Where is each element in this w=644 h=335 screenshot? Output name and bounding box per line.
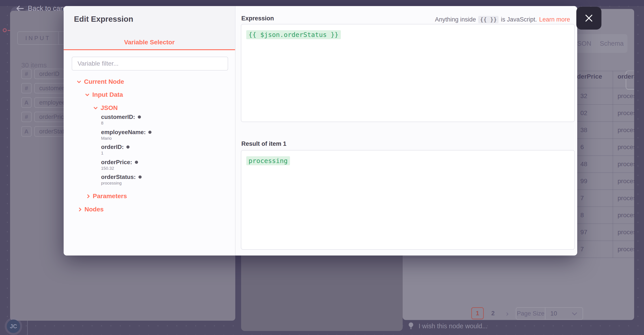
insert-variable-icon[interactable] — [126, 145, 130, 148]
hint-suffix: is JavaScript. — [501, 16, 537, 23]
type-number-icon: # — [21, 112, 32, 122]
tree-var-orderstatus[interactable]: orderStatus: — [101, 174, 142, 180]
lightbulb-icon — [407, 322, 414, 330]
cell-orderstatus: processing — [618, 109, 634, 117]
app-screen: i This n8n instance is Back to canvas IN… — [0, 0, 644, 335]
chevron-down-icon — [85, 92, 89, 96]
expression-section-label: Expression — [241, 15, 274, 22]
tab-active-underline — [64, 49, 235, 50]
expression-code[interactable]: {{ $json.orderStatus }} — [246, 30, 341, 39]
cell-orderprice: 7 — [580, 246, 584, 253]
cell-orderprice: 48 — [580, 161, 587, 168]
tree-var-value: processing — [101, 181, 122, 186]
input-connector-icon — [3, 28, 7, 33]
expression-result-value: processing — [246, 156, 290, 165]
tab-schema[interactable]: Schema — [597, 34, 626, 53]
input-items-count: 30 items — [21, 61, 46, 69]
chevron-right-icon — [77, 207, 81, 211]
modal-title: Edit Expression — [74, 14, 133, 23]
cell-orderstatus: processing — [618, 246, 634, 253]
close-modal-button[interactable] — [576, 7, 602, 29]
cell-orderprice: 8 — [580, 212, 584, 219]
tree-node-parameters[interactable]: Parameters — [86, 193, 127, 200]
tree-label: JSON — [100, 104, 118, 111]
variable-selector-pane: Edit Expression Variable Selector Curren… — [64, 6, 236, 256]
insert-variable-icon[interactable] — [148, 131, 152, 134]
tree-node-json[interactable]: JSON — [94, 104, 118, 111]
tree-label: Nodes — [84, 206, 104, 213]
cell-orderstatus: processing — [618, 92, 634, 100]
cell-orderprice: 99 — [580, 178, 587, 185]
tree-var-employeename[interactable]: employeeName: — [101, 129, 152, 136]
cell-orderstatus: processing — [618, 195, 634, 202]
type-number-icon: # — [21, 69, 32, 79]
insert-variable-icon[interactable] — [135, 161, 138, 164]
tree-var-value: 1 — [101, 151, 104, 156]
cell-orderprice: 38 — [580, 126, 587, 134]
chevron-down-icon — [77, 79, 81, 83]
cell-orderstatus: processing — [618, 144, 634, 151]
hint-prefix: Anything inside — [435, 16, 476, 23]
node-feedback-input[interactable]: I wish this node would... — [407, 322, 488, 330]
cell-orderstatus: processing — [618, 178, 634, 185]
tree-label: Input Data — [92, 91, 123, 98]
expression-hint: Anything inside {{ }} is JavaScript. Lea… — [435, 16, 570, 23]
pagination-page-1[interactable]: 1 — [471, 307, 484, 319]
insert-variable-icon[interactable] — [138, 115, 141, 118]
result-section-label: Result of item 1 — [241, 140, 286, 147]
avatar[interactable]: JC — [7, 320, 20, 333]
tree-node-nodes[interactable]: Nodes — [78, 206, 104, 213]
tree-var-value: 8 — [101, 121, 104, 126]
chevron-right-icon — [86, 194, 90, 198]
top-strip — [0, 0, 644, 6]
tab-input[interactable]: INPUT — [18, 32, 59, 44]
tree-node-current-node[interactable]: Current Node — [78, 78, 124, 85]
tree-label: Current Node — [84, 78, 124, 85]
pagination-next-icon[interactable]: › — [502, 307, 513, 319]
tree-var-value: 150.32 — [101, 166, 114, 171]
tree-var-orderid[interactable]: orderID: — [101, 144, 130, 150]
page-size-value: 10 — [546, 310, 573, 317]
cell-orderstatus: processing — [618, 229, 634, 236]
type-string-icon: A — [21, 126, 32, 137]
cell-orderstatus: processing — [618, 212, 634, 219]
node-feedback-placeholder: I wish this node would... — [418, 323, 488, 330]
tree-var-customerid[interactable]: customerID: — [101, 113, 141, 120]
learn-more-link[interactable]: Learn more — [539, 16, 570, 23]
tree-node-input-data[interactable]: Input Data — [86, 91, 123, 98]
cell-orderprice: 7 — [580, 195, 584, 202]
edit-expression-modal: Edit Expression Variable Selector Curren… — [64, 6, 577, 256]
expression-result-box: processing — [241, 150, 575, 250]
cell-orderprice: 32 — [580, 92, 587, 100]
canvas-connection-line — [27, 321, 28, 335]
cell-orderprice: 02 — [580, 109, 587, 117]
chevron-down-icon — [572, 310, 577, 316]
page-size-label: Page Size — [516, 308, 546, 319]
expression-editor[interactable]: {{ $json.orderStatus }} — [241, 24, 575, 122]
cell-orderprice: 6 — [580, 144, 584, 151]
tree-label: Parameters — [93, 193, 127, 200]
cell-orderprice: 97 — [580, 229, 587, 236]
type-number-icon: # — [21, 83, 32, 93]
pagination-page-2[interactable]: 2 — [487, 307, 498, 319]
insert-variable-icon[interactable] — [138, 175, 142, 178]
variable-filter-input[interactable] — [72, 57, 228, 70]
page-size-select[interactable]: Page Size 10 — [516, 307, 583, 320]
cell-orderstatus: processing — [618, 161, 634, 168]
close-icon — [584, 13, 594, 23]
cell-orderstatus: processing — [618, 126, 634, 134]
schema-field-name: orderID — [34, 69, 64, 79]
column-header-orderstatus: orderStatus — [618, 73, 634, 80]
tab-variable-selector[interactable]: Variable Selector — [64, 39, 235, 46]
tree-var-orderprice[interactable]: orderPrice: — [101, 159, 138, 166]
chevron-down-icon — [94, 105, 98, 109]
tree-var-value: Mario — [101, 136, 112, 141]
hint-code-chip: {{ }} — [478, 16, 498, 23]
type-string-icon: A — [21, 97, 32, 108]
